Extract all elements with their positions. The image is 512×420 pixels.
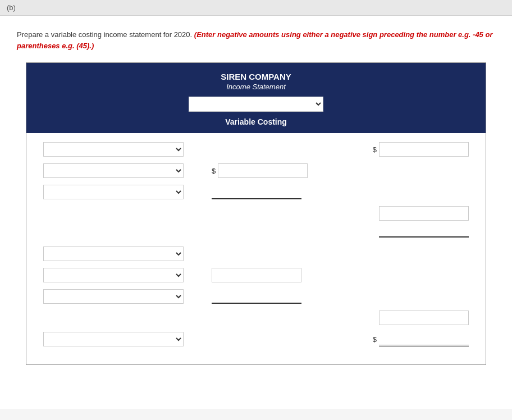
row8-mid-input[interactable] bbox=[212, 289, 301, 304]
col-mid-8 bbox=[212, 289, 301, 304]
col-label-2 bbox=[43, 163, 200, 178]
col-right-5 bbox=[379, 223, 469, 238]
costing-label: Variable Costing bbox=[38, 117, 474, 126]
form-row-6 bbox=[43, 246, 469, 261]
row1-right-input[interactable] bbox=[379, 142, 469, 157]
form-row-8 bbox=[43, 289, 469, 304]
row8-select[interactable] bbox=[43, 289, 184, 304]
row7-mid-input[interactable] bbox=[212, 268, 301, 282]
col-mid-3 bbox=[212, 185, 301, 199]
tab-bar: (b) bbox=[0, 0, 512, 16]
col-label-10 bbox=[43, 332, 200, 346]
row1-select[interactable] bbox=[43, 142, 184, 157]
row3-mid-input[interactable] bbox=[212, 185, 301, 199]
period-select[interactable] bbox=[189, 97, 323, 112]
dollar-1: $ bbox=[373, 145, 377, 154]
company-name: SIREN COMPANY bbox=[38, 72, 474, 81]
row6-select[interactable] bbox=[43, 246, 184, 261]
form-row-3 bbox=[43, 185, 469, 199]
instruction-text: Prepare a variable costing income statem… bbox=[17, 29, 495, 51]
row5-right-input[interactable] bbox=[379, 223, 469, 238]
tab-b-label: (b) bbox=[7, 3, 16, 12]
form-area: $ $ bbox=[26, 133, 486, 364]
form-header: SIREN COMPANY Income Statement Variable … bbox=[26, 63, 486, 133]
row2-select[interactable] bbox=[43, 163, 184, 178]
row9-right-input[interactable] bbox=[379, 311, 469, 325]
form-box: SIREN COMPANY Income Statement Variable … bbox=[26, 62, 486, 365]
col-label-8 bbox=[43, 289, 200, 304]
main-content: Prepare a variable costing income statem… bbox=[0, 16, 512, 409]
col-mid-7 bbox=[212, 268, 301, 282]
row7-select[interactable] bbox=[43, 268, 184, 282]
form-row-7 bbox=[43, 268, 469, 282]
instruction-plain: Prepare a variable costing income statem… bbox=[17, 30, 192, 39]
form-row-5 bbox=[43, 223, 469, 238]
form-row-2: $ bbox=[43, 163, 469, 178]
col-right-1: $ bbox=[373, 142, 469, 157]
col-mid-2: $ bbox=[212, 163, 308, 178]
row2-mid-input[interactable] bbox=[218, 163, 308, 178]
form-row-9 bbox=[43, 311, 469, 325]
dollar-2: $ bbox=[212, 167, 216, 175]
col-right-4 bbox=[379, 206, 469, 221]
form-row-10: $ bbox=[43, 332, 469, 346]
statement-type: Income Statement bbox=[38, 83, 474, 91]
col-label-3 bbox=[43, 185, 200, 199]
form-row-4 bbox=[43, 206, 469, 221]
col-label-1 bbox=[43, 142, 200, 157]
col-label-7 bbox=[43, 268, 200, 282]
col-right-9 bbox=[379, 311, 469, 325]
dollar-10: $ bbox=[373, 335, 377, 344]
row10-right-input[interactable] bbox=[379, 332, 469, 346]
row3-select[interactable] bbox=[43, 185, 184, 199]
col-label-6 bbox=[43, 246, 200, 261]
row10-select[interactable] bbox=[43, 332, 184, 346]
header-dropdown-row bbox=[38, 97, 474, 112]
row4-right-input[interactable] bbox=[379, 206, 469, 221]
col-right-10: $ bbox=[373, 332, 469, 346]
form-row-1: $ bbox=[43, 142, 469, 157]
